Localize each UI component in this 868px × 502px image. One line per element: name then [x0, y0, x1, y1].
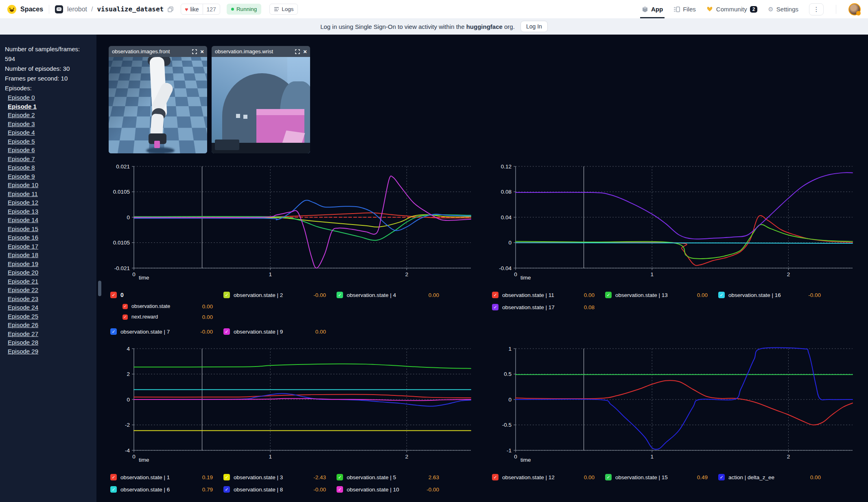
episode-link[interactable]: Episode 25 [8, 312, 92, 321]
legend-checkbox[interactable]: ✓ [718, 292, 725, 298]
legend-checkbox[interactable]: ✓ [337, 474, 343, 480]
legend-item[interactable]: ✓observation.state | 60.79 [110, 485, 223, 494]
sidebar-scrollbar-thumb[interactable] [98, 281, 101, 296]
episode-link[interactable]: Episode 23 [8, 295, 92, 303]
legend-item[interactable]: ✓observation.state | 2-0.00 [223, 290, 337, 300]
legend-item[interactable]: ✓observation.state | 3-2.43 [223, 472, 337, 482]
chart-canvas-1[interactable]: 0.120.080.040-0.04012time [490, 162, 857, 284]
video-wrist-frame[interactable] [212, 57, 310, 153]
episode-link[interactable]: Episode 22 [8, 286, 92, 295]
episode-link[interactable]: Episode 21 [8, 277, 92, 286]
legend-checkbox[interactable]: ✓ [605, 292, 612, 298]
legend-item[interactable]: ✓next.reward0.00 [110, 313, 223, 321]
legend-checkbox[interactable]: ✓ [492, 304, 498, 310]
like-count[interactable]: 127 [203, 4, 220, 14]
episode-link[interactable]: Episode 8 [8, 163, 92, 172]
legend-item[interactable]: ✓observation.state | 52.63 [337, 472, 450, 482]
episode-link[interactable]: Episode 11 [8, 190, 92, 199]
episode-link[interactable]: Episode 29 [8, 347, 92, 356]
legend-item[interactable]: ✓observation.state | 150.49 [605, 472, 718, 482]
episode-link[interactable]: Episode 20 [8, 268, 92, 277]
legend-checkbox[interactable]: ✓ [337, 486, 343, 493]
legend-checkbox[interactable]: ✓ [223, 328, 230, 335]
episode-link[interactable]: Episode 10 [8, 181, 92, 190]
legend-item[interactable]: ✓action | delta_z_ee0.00 [718, 472, 831, 482]
legend-item[interactable]: ✓observation.state | 10-0.00 [337, 485, 450, 494]
episode-link[interactable]: Episode 3 [8, 120, 92, 129]
legend-item[interactable]: ✓observation.state0.00 [110, 302, 223, 310]
episode-link[interactable]: Episode 7 [8, 155, 92, 164]
legend-checkbox[interactable]: ✓ [223, 486, 230, 493]
legend-item[interactable]: ✓observation.state | 40.00 [337, 290, 450, 300]
episode-link[interactable]: Episode 1 [8, 102, 92, 111]
chart-canvas-0[interactable]: 0.0210.010500.0105-0.021012time [109, 162, 475, 284]
tab-files[interactable]: Files [673, 0, 696, 18]
close-icon[interactable]: × [200, 48, 204, 55]
logs-button[interactable]: Logs [269, 4, 298, 15]
episode-link[interactable]: Episode 18 [8, 251, 92, 260]
episode-link[interactable]: Episode 14 [8, 216, 92, 225]
episode-link[interactable]: Episode 9 [8, 172, 92, 181]
episode-link[interactable]: Episode 15 [8, 225, 92, 234]
legend-item[interactable]: ✓observation.state | 110.00 [492, 290, 605, 300]
tab-community-label: Community [716, 6, 747, 13]
chart-canvas-2[interactable]: 420-2-4012time [109, 345, 475, 467]
legend-item[interactable]: ✓observation.state | 90.00 [223, 327, 337, 336]
legend-checkbox[interactable]: ✓ [605, 474, 612, 480]
like-widget[interactable]: ♥like 127 [181, 4, 220, 15]
episode-link[interactable]: Episode 12 [8, 198, 92, 207]
episode-link[interactable]: Episode 4 [8, 128, 92, 137]
legend-item[interactable]: ✓observation.state | 130.00 [605, 290, 718, 300]
more-options-button[interactable]: ⋮ [809, 3, 824, 15]
legend-checkbox[interactable]: ✓ [492, 474, 498, 480]
episode-link[interactable]: Episode 0 [8, 93, 92, 102]
legend-item[interactable]: ✓observation.state | 10.19 [110, 472, 223, 482]
tab-app[interactable]: App [642, 0, 663, 18]
legend-item[interactable]: ✓0 [110, 290, 223, 300]
legend-checkbox[interactable]: ✓ [122, 314, 128, 320]
legend-item[interactable]: ✓observation.state | 120.00 [492, 472, 605, 482]
user-avatar[interactable] [848, 3, 861, 15]
legend-item[interactable]: ✓observation.state | 7-0.00 [110, 327, 223, 336]
episode-link[interactable]: Episode 28 [8, 338, 92, 347]
episode-link[interactable]: Episode 27 [8, 330, 92, 338]
legend-value: 0.00 [315, 329, 326, 335]
legend-checkbox[interactable]: ✓ [122, 304, 128, 309]
legend-checkbox[interactable]: ✓ [110, 486, 117, 493]
login-button[interactable]: Log In [520, 21, 548, 32]
legend-checkbox[interactable]: ✓ [223, 474, 230, 480]
copy-icon[interactable] [168, 7, 173, 12]
repo-link[interactable]: visualize_dataset [97, 5, 164, 13]
episode-link[interactable]: Episode 19 [8, 260, 92, 268]
org-link[interactable]: lerobot [67, 6, 87, 13]
episode-link[interactable]: Episode 13 [8, 207, 92, 216]
status-badge[interactable]: Running [227, 4, 261, 15]
close-icon[interactable]: × [303, 48, 307, 55]
legend-item[interactable]: ✓observation.state | 170.08 [492, 302, 605, 312]
video-front-frame[interactable] [109, 57, 207, 153]
legend-item[interactable]: ✓observation.state | 16-0.00 [718, 290, 831, 300]
tab-community[interactable]: Community 2 [706, 0, 758, 18]
episode-link[interactable]: Episode 24 [8, 303, 92, 312]
episode-link[interactable]: Episode 2 [8, 111, 92, 120]
legend-checkbox[interactable]: ✓ [492, 292, 498, 298]
episode-link[interactable]: Episode 26 [8, 321, 92, 330]
episode-link[interactable]: Episode 6 [8, 146, 92, 155]
legend-checkbox[interactable]: ✓ [110, 474, 117, 480]
legend-checkbox[interactable]: ✓ [718, 474, 725, 480]
episode-link[interactable]: Episode 17 [8, 242, 92, 251]
spaces-brand[interactable]: Spaces [20, 6, 43, 13]
legend-item[interactable]: ✓observation.state | 8-0.00 [223, 485, 337, 494]
tab-settings[interactable]: ⚙ Settings [768, 0, 798, 18]
expand-icon[interactable] [192, 49, 197, 54]
episode-link[interactable]: Episode 16 [8, 233, 92, 242]
legend-checkbox[interactable]: ✓ [110, 328, 117, 335]
legend-checkbox[interactable]: ✓ [337, 292, 343, 298]
expand-icon[interactable] [295, 49, 300, 54]
episode-link[interactable]: Episode 5 [8, 137, 92, 146]
legend-checkbox[interactable]: ✓ [110, 292, 117, 298]
legend-checkbox[interactable]: ✓ [223, 292, 230, 298]
lerobot-org-avatar[interactable] [55, 5, 63, 13]
chart-canvas-3[interactable]: 10.50-0.5-1012time [490, 345, 857, 467]
huggingface-logo-icon[interactable] [7, 5, 16, 14]
